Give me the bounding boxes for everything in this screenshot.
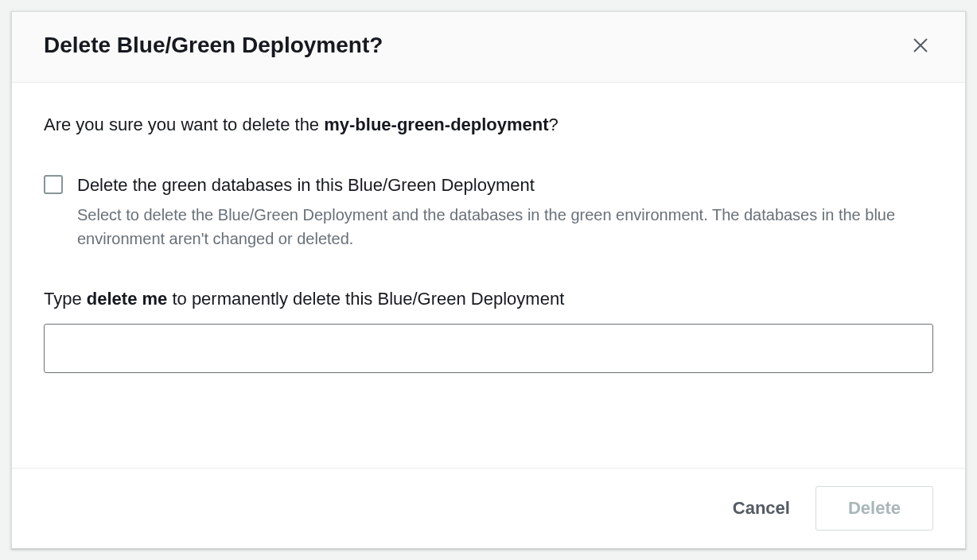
modal-footer: Cancel Delete [12, 468, 965, 548]
confirm-input-label: Type delete me to permanently delete thi… [44, 289, 933, 309]
modal-header: Delete Blue/Green Deployment? [12, 12, 965, 83]
cancel-button[interactable]: Cancel [730, 492, 793, 525]
checkbox-description: Select to delete the Blue/Green Deployme… [77, 203, 933, 251]
confirm-suffix: ? [549, 115, 559, 134]
close-icon [911, 36, 930, 55]
input-label-suffix: to permanently delete this Blue/Green De… [167, 289, 564, 309]
confirm-prefix: Are you sure you want to delete the [44, 115, 324, 134]
checkbox-label: Delete the green databases in this Blue/… [77, 173, 933, 198]
delete-button[interactable]: Delete [815, 486, 933, 531]
delete-deployment-modal: Delete Blue/Green Deployment? Are you su… [11, 11, 966, 549]
delete-green-checkbox-row: Delete the green databases in this Blue/… [44, 173, 933, 251]
input-label-prefix: Type [44, 289, 87, 309]
checkbox-text-block: Delete the green databases in this Blue/… [77, 173, 933, 251]
modal-body: Are you sure you want to delete the my-b… [12, 83, 965, 468]
input-label-bold: delete me [87, 289, 168, 309]
confirm-delete-input[interactable] [44, 324, 933, 373]
close-button[interactable] [908, 33, 933, 58]
deployment-name: my-blue-green-deployment [324, 115, 548, 134]
confirm-message: Are you sure you want to delete the my-b… [44, 115, 933, 135]
delete-green-checkbox[interactable] [44, 175, 63, 194]
modal-title: Delete Blue/Green Deployment? [44, 33, 383, 58]
